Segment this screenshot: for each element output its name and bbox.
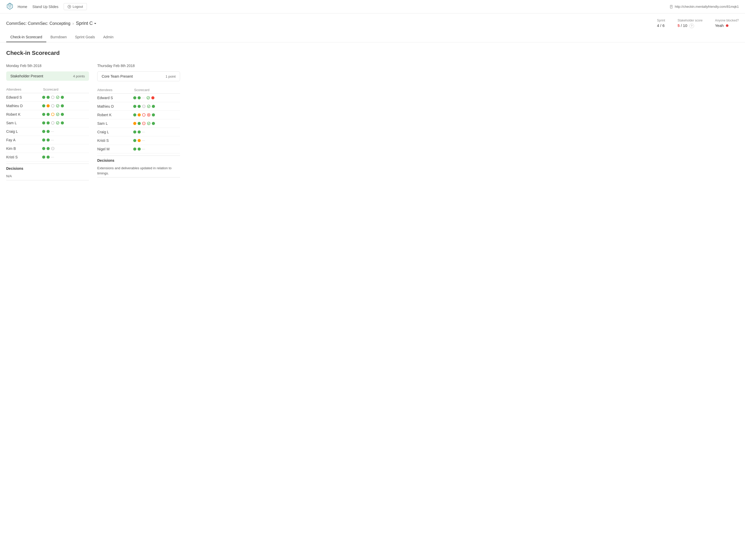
col2-session-points: 1 point bbox=[166, 74, 176, 79]
attendee-name: Craig L bbox=[6, 127, 41, 136]
attendee-name: Kim B bbox=[6, 145, 41, 153]
nav-standup[interactable]: Stand Up Slides bbox=[32, 5, 58, 9]
breadcrumb-arrow: › bbox=[72, 21, 74, 26]
table-row: Kristi S — bbox=[97, 136, 180, 145]
score-dot bbox=[46, 121, 50, 124]
score-dash: — bbox=[142, 147, 145, 151]
score-dot bbox=[133, 96, 136, 99]
svg-point-9 bbox=[51, 96, 54, 99]
svg-point-15 bbox=[51, 122, 54, 124]
attendee-score bbox=[41, 102, 89, 110]
score-dash: — bbox=[51, 155, 54, 159]
attendee-score: — bbox=[132, 145, 180, 153]
attendee-score: — bbox=[41, 153, 89, 161]
sprint-meta: Sprint 4 / 6 bbox=[657, 19, 665, 28]
score-dot-circle-orange bbox=[51, 113, 55, 116]
score-dot bbox=[152, 105, 155, 108]
col1-attendee-table: Attendees Scorecard Edward S bbox=[6, 86, 89, 161]
logout-button[interactable]: Logout bbox=[64, 3, 87, 10]
score-dot bbox=[138, 148, 141, 151]
score-dot-circle bbox=[51, 95, 55, 99]
col2-decisions-label: Decisions bbox=[97, 156, 180, 164]
attendee-name: Kristi S bbox=[97, 136, 132, 145]
svg-point-23 bbox=[143, 106, 143, 106]
score-dot-chat-red bbox=[142, 122, 145, 125]
score-dot-check bbox=[147, 122, 151, 125]
meta-row: Sprint 4 / 6 Stakeholder score 5 / 10 ? … bbox=[657, 19, 739, 28]
score-dot-circle bbox=[51, 104, 55, 107]
logo bbox=[6, 3, 13, 10]
score-dot bbox=[42, 104, 45, 107]
score-dot bbox=[133, 130, 136, 133]
attendee-name: Edward S bbox=[97, 94, 132, 102]
attendee-score: — bbox=[132, 94, 180, 102]
table-row: Kim B bbox=[6, 145, 89, 153]
col1-decisions-label: Decisions bbox=[6, 163, 89, 172]
sprint-selector[interactable]: Sprint C bbox=[76, 21, 97, 26]
page-header: CommSec: CommSec: Concepting › Sprint C … bbox=[0, 13, 745, 28]
score-dash: — bbox=[142, 139, 145, 142]
col2-decisions-text: Extensions and deliverables updated in r… bbox=[97, 164, 180, 178]
attendee-name: Kristi S bbox=[6, 153, 41, 161]
tab-checkin-scorecard[interactable]: Check-in Scorecard bbox=[6, 32, 46, 42]
tab-admin[interactable]: Admin bbox=[99, 32, 118, 42]
score-dot bbox=[151, 96, 155, 99]
attendee-name: Sam L bbox=[6, 119, 41, 127]
svg-point-34 bbox=[144, 123, 144, 124]
score-dot bbox=[133, 105, 136, 108]
nav-home[interactable]: Home bbox=[18, 5, 27, 9]
svg-point-11 bbox=[51, 104, 54, 107]
attendee-name: Robert K bbox=[6, 110, 41, 119]
score-dot bbox=[133, 113, 136, 117]
attendee-score bbox=[41, 93, 89, 102]
score-dot bbox=[138, 122, 141, 125]
help-icon[interactable]: ? bbox=[689, 24, 694, 28]
attendee-score bbox=[41, 119, 89, 127]
score-dot bbox=[42, 130, 45, 133]
score-dot bbox=[46, 138, 50, 142]
page-title: Check-in Scorecard bbox=[6, 50, 739, 56]
attendee-score bbox=[41, 110, 89, 119]
attendee-score bbox=[132, 119, 180, 128]
table-row: Kristi S — bbox=[6, 153, 89, 161]
col1-scorecard-header: Scorecard bbox=[41, 86, 89, 93]
column-monday: Monday Feb 5th 2018 Stakeholder Present … bbox=[6, 64, 89, 180]
attendee-name: Fay A bbox=[6, 136, 41, 145]
attendee-name: Robert K bbox=[97, 111, 132, 119]
table-row: Sam L bbox=[6, 119, 89, 127]
svg-point-18 bbox=[52, 148, 53, 149]
attendee-score: — bbox=[41, 136, 89, 145]
score-dot bbox=[42, 113, 45, 116]
blocked-meta: Anyone blocked? Yeah bbox=[715, 19, 739, 28]
score-dash: — bbox=[51, 138, 54, 142]
tab-burndown[interactable]: Burndown bbox=[46, 32, 71, 42]
score-dot bbox=[42, 147, 45, 150]
svg-point-24 bbox=[143, 106, 144, 106]
score-dot-check bbox=[56, 113, 60, 116]
score-dot bbox=[61, 104, 64, 107]
col2-decisions: Decisions Extensions and deliverables up… bbox=[97, 156, 180, 178]
logout-label: Logout bbox=[73, 5, 83, 8]
attendee-score: — bbox=[132, 128, 180, 136]
col2-session-name: Core Team Present bbox=[102, 74, 133, 79]
tab-sprint-goals[interactable]: Sprint Goals bbox=[71, 32, 99, 42]
score-dot bbox=[42, 138, 45, 142]
score-dash: — bbox=[142, 96, 145, 100]
svg-point-13 bbox=[51, 113, 54, 116]
table-row: Edward S — bbox=[97, 94, 180, 102]
url-text[interactable]: http://checkin.mentallyfriendly.com/81mq… bbox=[675, 5, 739, 8]
attendee-score: — bbox=[132, 136, 180, 145]
main-content: Check-in Scorecard Monday Feb 5th 2018 S… bbox=[0, 42, 745, 188]
score-dash: — bbox=[142, 130, 145, 134]
score-dot bbox=[46, 113, 50, 116]
attendee-name: Nigel M bbox=[97, 145, 132, 153]
score-dot bbox=[42, 121, 45, 124]
score-dot bbox=[46, 96, 50, 99]
org-name: CommSec: CommSec: Concepting bbox=[6, 21, 70, 26]
score-dot bbox=[138, 96, 141, 99]
table-row: Edward S bbox=[6, 93, 89, 102]
attendee-score bbox=[132, 111, 180, 119]
svg-point-27 bbox=[142, 114, 145, 117]
table-row: Mathieu D bbox=[6, 102, 89, 110]
score-dot-chat bbox=[142, 104, 145, 108]
